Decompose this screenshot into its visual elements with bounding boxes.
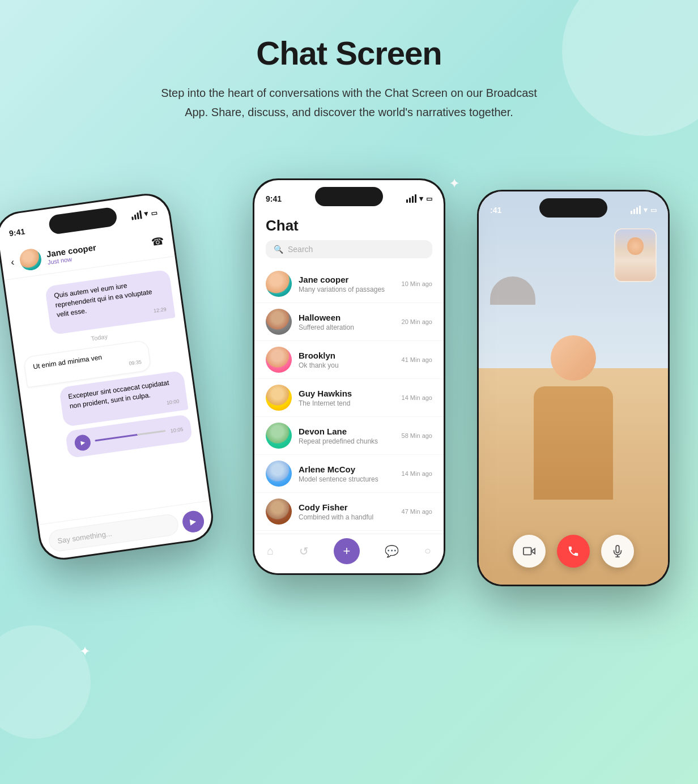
chat-item-arlene-mccoy[interactable]: Arlene McCoy Model sentence structures 1… <box>254 455 444 493</box>
phone-center: 9:41 ▾ ▭ Chat 🔍 Search <box>253 178 445 575</box>
input-placeholder: Say something... <box>57 529 112 545</box>
send-button[interactable]: ▶ <box>181 509 206 534</box>
chat-item-info: Cody Fisher Combined with a handful <box>299 502 395 521</box>
video-status-bar: :41 ▾ ▭ <box>479 191 668 223</box>
chat-item-cody-fisher[interactable]: Cody Fisher Combined with a handful 47 M… <box>254 493 444 531</box>
signal-bar-4 <box>639 206 641 214</box>
nav-chat[interactable]: 💬 <box>385 544 399 558</box>
phone-left-inner: 9:41 ▾ ▭ ‹ <box>0 193 214 561</box>
message-time: 58 Min ago <box>402 432 432 439</box>
signal-bar-4 <box>415 194 416 203</box>
audio-waveform <box>95 430 166 442</box>
wifi-icon-center: ▾ <box>419 194 423 203</box>
signal-bars-left <box>131 210 142 220</box>
avatar-arlene-mccoy <box>266 461 292 487</box>
contact-name: Devon Lane <box>299 427 395 436</box>
end-call-button[interactable] <box>557 535 590 568</box>
chat-item-halloween[interactable]: Halloween Suffered alteration 20 Min ago <box>254 303 444 341</box>
chat-item-devon-lane[interactable]: Devon Lane Repeat predefined chunks 58 M… <box>254 417 444 455</box>
chat-item-jane-cooper[interactable]: Jane cooper Many variations of passages … <box>254 265 444 303</box>
signal-bar-3 <box>137 212 139 219</box>
message-time: 20 Min ago <box>402 318 432 325</box>
avatar-image <box>266 498 292 525</box>
message-time: 10 Min ago <box>402 280 432 287</box>
person-body <box>534 386 613 500</box>
message-preview: Many variations of passages <box>299 286 395 293</box>
message-preview: Ok thank you <box>299 361 395 369</box>
battery-icon-right: ▭ <box>650 206 657 214</box>
message-sent-1: Quis autem vel eum iure reprehenderit qu… <box>45 269 176 335</box>
contact-name: Brooklyn <box>299 351 395 360</box>
wifi-icon-right: ▾ <box>644 206 648 214</box>
avatar-brooklyn <box>266 347 292 373</box>
microphone-toggle-button[interactable] <box>601 535 634 568</box>
phone-right-inner: :41 ▾ ▭ <box>479 191 668 585</box>
chat-messages-area: Quis autem vel eum iure reprehenderit qu… <box>5 263 209 525</box>
signal-bars-right <box>631 206 641 214</box>
message-preview: Model sentence structures <box>299 475 395 483</box>
avatar-image <box>266 461 292 487</box>
person-silhouette <box>517 313 630 539</box>
message-preview: Repeat predefined chunks <box>299 437 395 445</box>
dynamic-island-center <box>315 187 383 206</box>
search-icon: 🔍 <box>274 245 283 254</box>
contact-name: Halloween <box>299 313 395 322</box>
video-status-time: :41 <box>490 206 501 215</box>
avatar-jane-cooper <box>266 271 292 297</box>
contact-name: Jane cooper <box>299 275 395 284</box>
chat-item-info: Jane cooper Many variations of passages <box>299 275 395 293</box>
video-status-icons: ▾ ▭ <box>631 206 657 214</box>
self-view-thumbnail <box>614 228 657 282</box>
audio-play-button[interactable]: ▶ <box>74 433 92 451</box>
contact-avatar <box>18 248 42 272</box>
self-view-image <box>615 229 656 281</box>
camera-toggle-button[interactable] <box>513 535 546 568</box>
avatar-cody-fisher <box>266 498 292 525</box>
contact-info: Jane cooper Just now <box>46 235 147 265</box>
message-time: 14 Min ago <box>402 394 432 401</box>
audio-time: 10:05 <box>170 427 184 434</box>
chat-item-info: Guy Hawkins The Internet tend <box>299 389 395 407</box>
page-header: Chat Screen Step into the heart of conve… <box>0 0 698 144</box>
signal-bar-4 <box>139 210 142 219</box>
page-title: Chat Screen <box>11 34 687 72</box>
contact-name: Arlene McCoy <box>299 465 395 474</box>
avatar-image <box>18 248 42 272</box>
nav-add-button[interactable]: + <box>334 538 360 564</box>
message-preview: Suffered alteration <box>299 323 395 331</box>
battery-icon-left: ▭ <box>151 208 158 217</box>
avatar-image <box>266 271 292 297</box>
message-time: 14 Min ago <box>402 470 432 477</box>
contact-name: Guy Hawkins <box>299 389 395 398</box>
avatar-halloween <box>266 309 292 335</box>
chat-item-info: Halloween Suffered alteration <box>299 313 395 331</box>
phone-right: :41 ▾ ▭ <box>477 190 670 586</box>
message-preview: The Internet tend <box>299 399 395 407</box>
chat-item-info: Brooklyn Ok thank you <box>299 351 395 369</box>
back-button[interactable]: ‹ <box>10 256 15 269</box>
chat-list-items: Jane cooper Many variations of passages … <box>254 265 444 534</box>
battery-icon-center: ▭ <box>426 195 432 203</box>
message-time: 41 Min ago <box>402 356 432 363</box>
signal-bar-2 <box>633 209 635 214</box>
avatar-image <box>266 347 292 373</box>
chat-item-guy-hawkins[interactable]: Guy Hawkins The Internet tend 14 Min ago <box>254 379 444 417</box>
message-preview: Combined with a handful <box>299 513 395 521</box>
person-head <box>551 335 596 381</box>
status-time-center: 9:41 <box>266 194 282 203</box>
avatar-guy-hawkins <box>266 385 292 411</box>
chat-list-header: Chat 🔍 Search <box>254 211 444 262</box>
nav-refresh[interactable]: ↺ <box>299 544 309 558</box>
chat-item-brooklyn[interactable]: Brooklyn Ok thank you 41 Min ago <box>254 341 444 379</box>
status-time-left: 9:41 <box>8 227 25 238</box>
nav-home[interactable]: ⌂ <box>267 544 274 557</box>
call-icon[interactable]: ☎ <box>150 235 164 249</box>
signal-bars-center <box>406 194 416 203</box>
nav-profile[interactable]: ○ <box>424 544 431 557</box>
signal-bar-1 <box>131 216 134 220</box>
chat-item-info: Arlene McCoy Model sentence structures <box>299 465 395 483</box>
search-bar[interactable]: 🔍 Search <box>266 240 432 258</box>
avatar-image <box>266 309 292 335</box>
signal-bar-2 <box>134 215 137 220</box>
avatar-image <box>266 385 292 411</box>
